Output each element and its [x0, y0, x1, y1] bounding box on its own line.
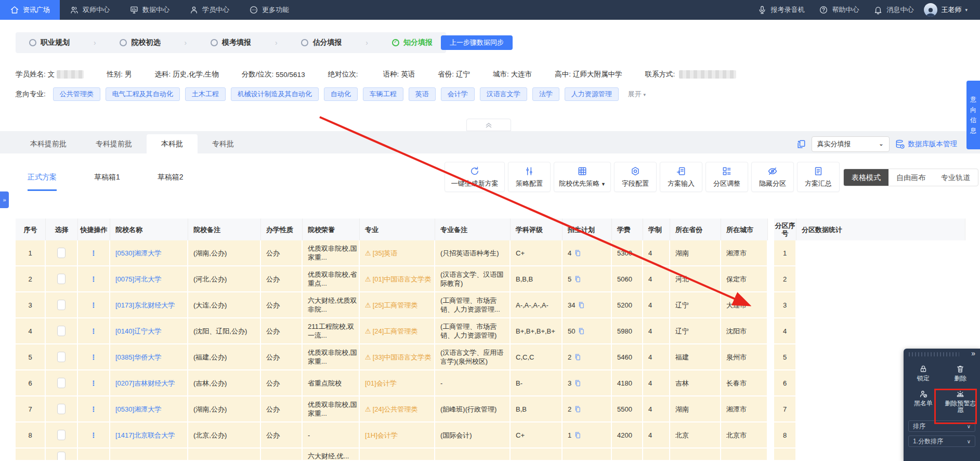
- toolbar-button-2[interactable]: 院校优先策略▼: [554, 162, 611, 192]
- row-checkbox[interactable]: [57, 300, 66, 310]
- toolbar-button-4[interactable]: 方案输入: [660, 162, 702, 192]
- table-row-4[interactable]: 5⋮[0385]华侨大学(福建,公办)公办优质双非院校,国家重...⚠[33]中…: [16, 344, 964, 370]
- toolbar-button-0[interactable]: 一键生成新方案: [445, 162, 505, 192]
- row-actions-button[interactable]: ⋮: [90, 327, 97, 336]
- college-link[interactable]: [1417]北京联合大学: [115, 431, 175, 440]
- batch-tab-3[interactable]: 专科批: [198, 134, 249, 153]
- toolbar-button-5[interactable]: 分区调整: [705, 162, 748, 192]
- panel-action-0[interactable]: 锁定: [905, 360, 942, 385]
- plan-doc-icon[interactable]: [574, 249, 582, 257]
- major-tag-1[interactable]: 电气工程及其自动化: [106, 87, 180, 101]
- step-3[interactable]: 估分填报: [301, 38, 342, 47]
- database-version-link[interactable]: 数据库版本管理: [895, 139, 958, 149]
- row-checkbox[interactable]: [57, 378, 66, 388]
- row-checkbox[interactable]: [57, 352, 66, 362]
- toolbar-button-7[interactable]: 方案汇总: [797, 162, 840, 192]
- nav-item-1[interactable]: 双师中心: [60, 0, 120, 20]
- panel-action-2[interactable]: 黑名单: [905, 385, 942, 417]
- major-tag-0[interactable]: 公共管理类: [53, 87, 100, 101]
- batch-tab-0[interactable]: 本科提前批: [16, 134, 81, 153]
- row-checkbox[interactable]: [57, 248, 66, 258]
- sync-previous-step-button[interactable]: 上一步骤数据同步: [441, 35, 513, 50]
- row-actions-button[interactable]: ⋮: [90, 379, 97, 388]
- plan-tab-0[interactable]: 正式方案: [28, 173, 57, 191]
- plan-doc-icon[interactable]: [578, 301, 585, 309]
- table-row-partial[interactable]: 六大财经,优...: [16, 449, 964, 461]
- paste-plan-icon[interactable]: [796, 139, 806, 149]
- row-actions-button[interactable]: ⋮: [90, 431, 97, 440]
- mode-segment-0[interactable]: 表格模式: [844, 169, 888, 186]
- batch-tab-1[interactable]: 专科提前批: [81, 134, 147, 153]
- nav-right-item-2[interactable]: 消息中心: [866, 5, 921, 15]
- plan-doc-icon[interactable]: [574, 275, 582, 283]
- row-checkbox[interactable]: [57, 326, 66, 336]
- nav-right-item-1[interactable]: 帮助中心: [812, 5, 866, 15]
- row-checkbox[interactable]: [57, 430, 66, 440]
- plan-doc-icon[interactable]: [574, 405, 582, 413]
- sort-select-1[interactable]: 1.分数排序 ∨: [908, 436, 975, 447]
- major-tag-5[interactable]: 车辆工程: [363, 87, 403, 101]
- nav-item-3[interactable]: 学员中心: [179, 0, 239, 20]
- row-actions-button[interactable]: ⋮: [90, 353, 97, 362]
- table-row-5[interactable]: 6⋮[0207]吉林财经大学(吉林,公办)公办省重点院校[01]会计学-B-34…: [16, 370, 964, 396]
- major-tag-6[interactable]: 英语: [409, 87, 436, 101]
- panel-action-1[interactable]: 删除: [942, 360, 979, 385]
- college-link[interactable]: [0075]河北大学: [115, 275, 161, 284]
- major-tag-8[interactable]: 汉语言文学: [480, 87, 527, 101]
- college-link[interactable]: [0173]东北财经大学: [115, 301, 175, 310]
- row-actions-button[interactable]: ⋮: [90, 301, 97, 310]
- row-checkbox[interactable]: [57, 404, 66, 414]
- step-2[interactable]: 模考填报: [211, 38, 251, 47]
- toolbar-button-3[interactable]: 字段配置: [614, 162, 657, 192]
- sort-select-0[interactable]: 排序 ∨: [908, 420, 975, 432]
- table-row-2[interactable]: 3⋮[0173]东北财经大学(大连,公办)公办六大财经,优质双非院...⚠[25…: [16, 292, 964, 318]
- row-checkbox[interactable]: [57, 452, 66, 461]
- table-row-6[interactable]: 7⋮[0530]湘潭大学(湖南,公办)公办优质双非院校,国家重...⚠[24]公…: [16, 396, 964, 422]
- drag-handle[interactable]: [909, 352, 959, 356]
- fill-mode-select[interactable]: 真实分填报 ⌄: [812, 136, 890, 152]
- plan-doc-icon[interactable]: [574, 431, 582, 439]
- plan-doc-icon[interactable]: [574, 353, 582, 361]
- row-actions-button[interactable]: ⋮: [90, 275, 97, 284]
- major-tag-10[interactable]: 人力资源管理: [565, 87, 619, 101]
- chevrons-right-icon[interactable]: »: [971, 349, 975, 357]
- mode-segment-2[interactable]: 专业轨道: [933, 169, 978, 186]
- college-link[interactable]: [0385]华侨大学: [115, 353, 161, 362]
- step-4[interactable]: 知分填报: [392, 38, 433, 47]
- user-menu[interactable]: 王老师 ▾: [921, 3, 971, 17]
- batch-tab-2[interactable]: 本科批: [147, 134, 198, 153]
- college-link[interactable]: [0530]湘潭大学: [115, 405, 161, 414]
- college-link[interactable]: [0140]辽宁大学: [115, 327, 161, 336]
- step-1[interactable]: 院校初选: [120, 38, 160, 47]
- row-checkbox[interactable]: [57, 274, 66, 284]
- nav-item-0[interactable]: 资讯广场: [0, 0, 60, 20]
- table-row-3[interactable]: 4⋮[0140]辽宁大学(沈阳、辽阳,公办)公办211工程院校,双一流...⚠[…: [16, 318, 964, 344]
- nav-item-2[interactable]: 数据中心: [120, 0, 179, 20]
- major-tag-3[interactable]: 机械设计制造及其自动化: [231, 87, 319, 101]
- major-tag-7[interactable]: 会计学: [441, 87, 475, 101]
- college-link[interactable]: [0207]吉林财经大学: [115, 379, 175, 388]
- plan-tab-2[interactable]: 草稿箱2: [158, 173, 184, 191]
- panel-action-3-highlighted[interactable]: 删除预警志愿: [942, 385, 979, 417]
- plan-doc-icon[interactable]: [578, 327, 585, 335]
- plan-tab-1[interactable]: 草稿箱1: [94, 173, 120, 191]
- row-actions-button[interactable]: ⋮: [90, 405, 97, 414]
- row-actions-button[interactable]: ⋮: [90, 249, 97, 258]
- table-row-0[interactable]: 1⋮[0530]湘潭大学(湖南,公办)公办优质双非院校,国家重...⚠[35]英…: [16, 240, 964, 266]
- major-tag-9[interactable]: 法学: [532, 87, 559, 101]
- toolbar-button-1[interactable]: 策略配置: [508, 162, 551, 192]
- nav-right-item-0[interactable]: 报考录音机: [750, 5, 812, 15]
- left-drawer-handle[interactable]: »: [0, 191, 9, 208]
- table-row-1[interactable]: 2⋮[0075]河北大学(河北,公办)公办优质双非院校,省重点...⚠[01]中…: [16, 266, 964, 292]
- collapse-card-button[interactable]: [466, 119, 511, 131]
- mode-segment-1[interactable]: 自由画布: [888, 169, 933, 186]
- expand-majors-button[interactable]: 展开 ▾: [628, 89, 646, 99]
- intention-info-tab[interactable]: 意向信息: [966, 81, 980, 149]
- college-link[interactable]: [0530]湘潭大学: [115, 249, 161, 258]
- table-row-7[interactable]: 8⋮[1417]北京联合大学(北京,公办)公办-[1H]会计学(国际会计)C+1…: [16, 422, 964, 449]
- major-tag-4[interactable]: 自动化: [324, 87, 358, 101]
- toolbar-button-6[interactable]: 隐藏分区: [751, 162, 794, 192]
- nav-item-4[interactable]: 更多功能: [239, 0, 299, 20]
- plan-doc-icon[interactable]: [574, 379, 582, 387]
- major-tag-2[interactable]: 土木工程: [185, 87, 226, 101]
